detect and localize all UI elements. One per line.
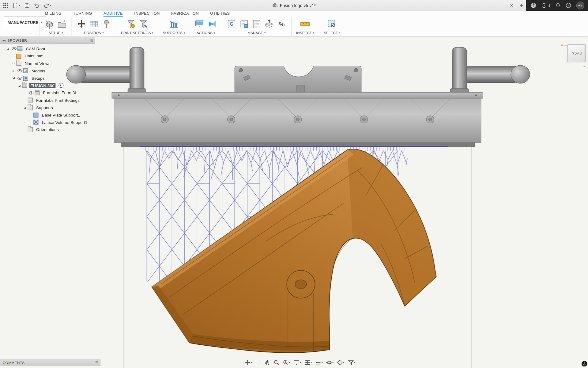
tree-row[interactable]: ▷ Named Views (0, 60, 95, 67)
machine-settings-icon[interactable] (138, 19, 148, 29)
collapse-panel-icon[interactable]: ◀◀ (2, 39, 5, 42)
job-status-icon[interactable] (541, 3, 547, 8)
group-label-manage[interactable]: MANAGE (247, 31, 263, 35)
expand-arrow-icon[interactable]: ◢ (22, 106, 28, 109)
zoom-button[interactable] (273, 359, 281, 366)
orbit-button[interactable]: ▾ (325, 359, 335, 366)
panel-grip[interactable] (96, 361, 98, 364)
group-label-select[interactable]: SELECT (324, 31, 338, 35)
generate-icon[interactable] (207, 19, 217, 29)
selection-filter-button[interactable]: ▾ (347, 359, 356, 366)
tab-turning[interactable]: TURNING (73, 11, 92, 17)
display-settings-button[interactable]: ▾ (292, 359, 302, 366)
select-icon[interactable] (327, 19, 337, 29)
tree-row[interactable]: ◢ Supports (0, 104, 95, 111)
print-settings-icon[interactable] (126, 19, 136, 29)
grid-and-snaps-button[interactable]: ▾ (314, 359, 324, 366)
comments-label: COMMENTS (3, 361, 25, 365)
group-label-actions[interactable]: ACTIONS (197, 31, 213, 35)
chevron-down-icon: ▾ (322, 361, 323, 364)
balloon-icon[interactable] (102, 19, 111, 29)
group-label-inspect[interactable]: INSPECT (296, 31, 312, 35)
notifications-bell-icon[interactable] (555, 3, 560, 8)
browser-header[interactable]: ◀◀ BROWSER (0, 37, 95, 44)
tree-item-icon (28, 105, 33, 110)
tab-inspection[interactable]: INSPECTION (134, 11, 160, 17)
visibility-eye-icon[interactable] (11, 47, 17, 50)
new-setup-icon[interactable] (44, 19, 54, 29)
document-title: Fusion logo v5 v1* (280, 3, 316, 8)
tree-row[interactable]: Formlabs Form 3L (0, 89, 95, 97)
nc-program-icon[interactable] (239, 19, 249, 29)
post-process-icon[interactable]: G (227, 19, 236, 29)
tree-row[interactable]: ◢ Setups (0, 75, 95, 82)
group-label-position[interactable]: POSITION (84, 31, 101, 35)
chevron-down-icon: ▾ (300, 361, 301, 364)
tree-row[interactable]: Base Plate Support1 (0, 111, 95, 119)
expand-arrow-icon[interactable]: ▷ (11, 62, 16, 65)
view-cube[interactable]: X BACK Z (561, 41, 588, 71)
measure-icon[interactable] (300, 19, 310, 29)
profile-avatar[interactable]: PS (576, 2, 584, 10)
tab-additive[interactable]: ADDITIVE (104, 11, 123, 17)
browser-globe-icon[interactable] (530, 3, 536, 8)
tree-row[interactable]: Orientations (0, 126, 95, 133)
pan-button[interactable]: ▾ (243, 359, 253, 366)
support-structures-icon[interactable] (169, 19, 179, 29)
move-components-icon[interactable] (77, 19, 86, 29)
tree-row[interactable]: ▷ Models (0, 67, 95, 75)
model-body[interactable] (152, 149, 436, 353)
tab-milling[interactable]: MILLING (45, 11, 62, 17)
tab-fabrication[interactable]: FABRICATION (171, 11, 199, 17)
fit-view-button[interactable] (254, 359, 262, 366)
panel-grip[interactable] (91, 39, 93, 42)
visibility-eye-icon[interactable] (16, 69, 23, 72)
visibility-eye-icon[interactable] (28, 91, 35, 94)
new-tab-button[interactable]: + (517, 0, 526, 11)
zoom-window-button[interactable]: ▾ (282, 359, 292, 366)
slicer-preview-icon[interactable] (194, 19, 204, 29)
app-grid-icon[interactable] (3, 3, 8, 8)
group-setup: SETUP▾ (40, 17, 72, 36)
browser-tree: ◢ CAM Root Units: mm ▷ Named Views (0, 44, 95, 133)
file-menu-button[interactable]: ▾ (13, 3, 20, 8)
undo-button[interactable] (34, 3, 40, 8)
pan-hand-button[interactable] (263, 359, 271, 366)
look-at-button[interactable]: ▾ (336, 359, 346, 366)
help-icon[interactable]: ? (566, 3, 571, 8)
build-plate-bracket[interactable] (235, 66, 361, 95)
expand-arrow-icon[interactable]: ◢ (11, 77, 16, 80)
visibility-eye-icon[interactable] (16, 76, 23, 80)
handle-right[interactable] (450, 47, 530, 95)
expand-arrow-icon[interactable]: ▷ (11, 69, 16, 72)
machining-time-icon[interactable]: % (277, 19, 287, 29)
viewports-button[interactable]: ▾ (303, 359, 313, 366)
close-tab-button[interactable]: × (507, 0, 517, 11)
new-folder-icon[interactable] (57, 19, 67, 29)
chevron-down-icon: ▾ (313, 32, 314, 34)
tab-utilities[interactable]: UTILITIES (210, 11, 230, 17)
tree-row[interactable]: Formlabs Print Settings (0, 97, 95, 104)
save-button[interactable] (24, 3, 29, 8)
group-label-print-settings[interactable]: PRINT SETTINGS (121, 31, 151, 35)
tree-row[interactable]: ◢ FUSION 360 (0, 82, 95, 89)
group-label-supports[interactable]: SUPPORTS (163, 31, 183, 35)
document-tab[interactable]: Fusion logo v5 v1* (272, 0, 316, 11)
redo-button[interactable]: ▾ (43, 3, 51, 8)
setup-sheet-icon[interactable] (252, 19, 262, 29)
expand-arrow-icon[interactable]: ◢ (17, 84, 22, 87)
tree-item-label: Base Plate Support1 (41, 112, 81, 117)
group-label-setup[interactable]: SETUP (48, 31, 60, 35)
expand-arrow-icon[interactable]: ◢ (5, 47, 10, 50)
tree-row[interactable]: ◢ CAM Root (0, 45, 95, 52)
comments-bar[interactable]: COMMENTS (0, 359, 100, 366)
view-cube-face[interactable]: BACK (567, 44, 586, 62)
group-manage: G % MANAGE▾ (222, 17, 292, 36)
tree-row[interactable]: Units: mm (0, 52, 95, 60)
arrange-icon[interactable] (89, 19, 99, 29)
tree-row[interactable]: Lattice Volume Support1 (0, 119, 95, 126)
autodesk-badge[interactable]: A (582, 361, 587, 366)
export-icon[interactable] (264, 19, 274, 29)
machine-platform[interactable] (112, 92, 483, 146)
active-setup-radio[interactable] (58, 83, 63, 88)
